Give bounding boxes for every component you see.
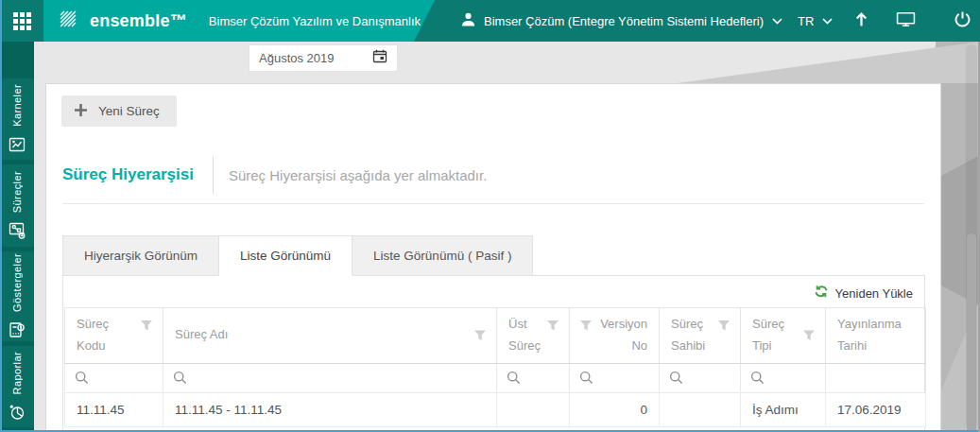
tab-liste-gorunumu[interactable]: Liste Görünümü: [219, 235, 352, 276]
column-header-label: Süreç Kodu: [77, 317, 109, 353]
apps-grid-icon: [13, 12, 31, 30]
monitor-icon: [896, 11, 916, 31]
column-search-cell[interactable]: [65, 363, 163, 392]
filter-icon[interactable]: [717, 320, 731, 332]
reports-icon: [8, 403, 26, 422]
column-search-cell[interactable]: [660, 363, 741, 392]
window-border: [0, 0, 2, 432]
page-header: Süreç Hiyerarşisi Süreç Hiyerarşisi aşağ…: [62, 156, 487, 194]
filter-icon[interactable]: [802, 329, 816, 341]
topbar-actions: Bimser Çözüm (Entegre Yönetim Sistemi He…: [460, 0, 980, 42]
background-pattern: [678, 42, 980, 83]
table-cell: İş Adımı: [741, 392, 826, 426]
scorecards-icon: [8, 135, 26, 154]
plus-icon: [74, 103, 88, 120]
filter-icon[interactable]: [546, 320, 559, 332]
refresh-icon: [814, 285, 829, 302]
column-header-label: Süreç Sahibi: [671, 317, 705, 353]
sidebar-item-karneler[interactable]: Karneler: [0, 78, 34, 160]
top-bar: ensemble™ Bimser Çözüm Yazılım ve Danışm…: [0, 0, 980, 42]
table-search-row: [65, 363, 926, 392]
column-header[interactable]: Üst Süreç: [497, 308, 570, 364]
process-table-wrap: Süreç KoduSüreç AdıÜst SüreçVersiyon NoS…: [64, 307, 926, 427]
search-icon[interactable]: [507, 371, 569, 385]
user-scope-dropdown[interactable]: Bimser Çözüm (Entegre Yönetim Sistemi He…: [460, 11, 782, 31]
sidebar-nav: KarnelerSüreçlerGöstergelerRaporlar: [0, 42, 34, 432]
new-process-label: Yeni Süreç: [98, 104, 160, 118]
column-search-cell[interactable]: [497, 363, 570, 392]
indicators-icon: [8, 320, 26, 339]
search-icon[interactable]: [750, 371, 825, 385]
brand-strip: ensemble™ Bimser Çözüm Yazılım ve Danışm…: [43, 0, 435, 42]
sidebar-item-label: Süreçler: [11, 171, 23, 213]
view-tabs: Hiyerarşik GörünümListe GörünümüListe Gö…: [62, 235, 533, 276]
language-label: TR: [798, 14, 814, 28]
sidebar-item-gostergeler[interactable]: Göstergeler: [0, 251, 34, 341]
content-card: Yeni Süreç Süreç Hiyerarşisi Süreç Hiyer…: [45, 83, 941, 432]
sidebar-item-label: Raporlar: [11, 352, 23, 394]
sidebar-item-raporlar[interactable]: Raporlar: [0, 346, 34, 427]
page-title: Süreç Hiyerarşisi: [62, 165, 194, 184]
language-dropdown[interactable]: TR: [798, 14, 833, 28]
search-icon[interactable]: [579, 371, 659, 385]
sidebar-item-surecler[interactable]: Süreçler: [0, 164, 34, 246]
column-header[interactable]: Yayınlanma Tarihi: [826, 308, 926, 364]
sidebar-item-label: Karneler: [11, 84, 23, 127]
title-divider: [213, 156, 214, 194]
table-cell: [660, 392, 741, 426]
chevron-down-icon: [772, 18, 782, 25]
column-search-cell[interactable]: [163, 363, 497, 392]
filter-icon[interactable]: [473, 329, 487, 341]
column-header[interactable]: Versiyon No: [570, 308, 660, 364]
page-scrollbar[interactable]: [966, 44, 977, 429]
filter-icon[interactable]: [140, 320, 153, 332]
process-table: Süreç KoduSüreç AdıÜst SüreçVersiyon NoS…: [64, 307, 926, 427]
column-header-label: Üst Süreç: [508, 317, 541, 353]
tab-panel: Yeniden Yükle Süreç KoduSüreç AdıÜst Sür…: [62, 275, 925, 432]
upload-arrow-button[interactable]: [853, 11, 869, 31]
search-icon[interactable]: [173, 371, 496, 385]
ensemble-logo-mark: [55, 6, 81, 36]
column-header[interactable]: Süreç Sahibi: [660, 308, 741, 364]
app-launcher-button[interactable]: [0, 0, 43, 42]
power-button[interactable]: [954, 10, 971, 32]
reload-button[interactable]: Yeniden Yükle: [814, 285, 913, 302]
column-header[interactable]: Süreç Tipi: [741, 308, 826, 364]
tab-liste-gorunumu-pasif[interactable]: Liste Görünümü ( Pasif ): [352, 235, 533, 276]
table-cell: 17.06.2019: [826, 392, 926, 426]
app-window: { "colors": { "topbar_teal": "#0b7a70", …: [0, 0, 980, 432]
period-value: Ağustos 2019: [259, 51, 372, 65]
column-header-label: Versiyon No: [600, 317, 647, 353]
column-search-cell[interactable]: [741, 363, 826, 392]
sidebar-item-label: Göstergeler: [11, 253, 23, 312]
reload-label: Yeniden Yükle: [835, 286, 913, 301]
chevron-down-icon: [822, 18, 833, 25]
column-header[interactable]: Süreç Kodu: [65, 308, 163, 364]
main-content: Ağustos 2019 Yeni Süreç Süreç Hiyerarşis…: [34, 42, 980, 432]
column-header-label: Süreç Tipi: [752, 317, 784, 353]
scrollbar-thumb[interactable]: [967, 233, 976, 432]
search-icon[interactable]: [75, 371, 163, 385]
power-icon: [954, 10, 971, 32]
upload-arrow-icon: [853, 11, 869, 31]
calendar-icon[interactable]: [372, 49, 387, 67]
filter-icon[interactable]: [579, 320, 593, 332]
company-name: Bimser Çözüm Yazılım ve Danışmanlık A.Ş.: [209, 14, 447, 28]
table-row[interactable]: 11.11.4511.11.45 - 11.11.450İş Adımı17.0…: [65, 392, 926, 426]
column-header[interactable]: Süreç Adı: [163, 308, 497, 364]
column-header-label: Süreç Adı: [175, 327, 228, 341]
column-header-label: Yayınlanma Tarihi: [837, 317, 902, 353]
logo-text: ensemble™: [90, 11, 187, 31]
user-icon: [460, 11, 476, 31]
column-search-cell[interactable]: [826, 363, 926, 392]
tab-hiyerarsik-gorunum[interactable]: Hiyerarşik Görünüm: [62, 235, 219, 276]
table-cell: [497, 392, 570, 426]
processes-icon: [8, 221, 26, 240]
new-process-button[interactable]: Yeni Süreç: [61, 95, 177, 127]
table-cell: 0: [570, 392, 660, 426]
column-search-cell[interactable]: [570, 363, 660, 392]
period-picker[interactable]: Ağustos 2019: [249, 44, 398, 72]
search-icon[interactable]: [669, 371, 740, 385]
monitor-button[interactable]: [896, 11, 916, 31]
table-header-row: Süreç KoduSüreç AdıÜst SüreçVersiyon NoS…: [65, 308, 926, 364]
